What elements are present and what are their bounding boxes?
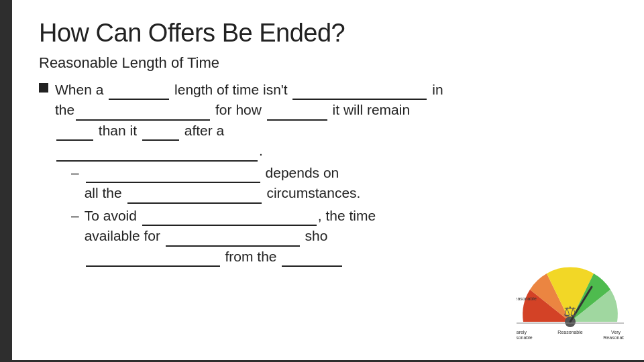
bullet-text-block: When a length of time isn't in the for h… xyxy=(55,80,443,269)
sub-dash-1: – xyxy=(71,163,79,183)
blank-7 xyxy=(56,146,258,162)
blank-12 xyxy=(86,251,220,267)
sub-text-1: depends onall the circumstances. xyxy=(85,163,361,204)
blank-2 xyxy=(292,84,427,100)
blank-13 xyxy=(282,251,342,267)
bullet-text-7: than it xyxy=(95,123,141,138)
gauge-svg: ⚖ Barely Reasonable Reasonable Very Reas… xyxy=(517,261,624,349)
bullet-square-icon xyxy=(39,83,48,93)
main-bullet-item: When a length of time isn't in the for h… xyxy=(39,80,617,269)
blank-9 xyxy=(127,188,262,204)
sub-dash-2: – xyxy=(71,206,79,226)
svg-text:Unreasonable: Unreasonable xyxy=(517,296,537,301)
svg-text:⚖: ⚖ xyxy=(564,303,577,320)
bullet-text-5: for how xyxy=(211,102,266,117)
blank-6 xyxy=(142,125,179,141)
slide-subtitle: Reasonable Length of Time xyxy=(39,54,617,72)
blank-11 xyxy=(166,231,300,246)
bullet-text-9: . xyxy=(259,143,263,158)
bullet-text-2: length of time isn't xyxy=(170,82,291,97)
left-accent-bar xyxy=(0,0,12,362)
bullet-text-6: it will remain xyxy=(329,102,410,117)
main-bullet-list: When a length of time isn't in the for h… xyxy=(39,80,617,269)
bullet-text-8: after a xyxy=(180,123,224,138)
svg-text:Very: Very xyxy=(611,330,621,335)
blank-10 xyxy=(142,210,317,226)
slide-title: How Can Offers Be Ended? xyxy=(39,19,617,48)
blank-1 xyxy=(109,84,169,100)
svg-text:Barely: Barely xyxy=(517,330,527,335)
slide: How Can Offers Be Ended? Reasonable Leng… xyxy=(0,0,644,362)
svg-text:Reasonable: Reasonable xyxy=(603,335,624,340)
sub-bullet-list: – depends onall the circumstances. – To … xyxy=(71,163,443,267)
slide-content: How Can Offers Be Ended? Reasonable Leng… xyxy=(12,0,644,362)
blank-4 xyxy=(267,105,327,121)
blank-5 xyxy=(56,125,93,141)
svg-text:Reasonable: Reasonable xyxy=(517,335,533,340)
bullet-text-1: When a xyxy=(55,82,107,97)
sub-text-2: To avoid , the timeavailable for sho fro… xyxy=(85,206,376,267)
sub-bullet-1: – depends onall the circumstances. xyxy=(71,163,443,204)
bullet-text-4: the xyxy=(55,102,74,117)
sub-bullet-2: – To avoid , the timeavailable for sho f… xyxy=(71,206,443,267)
gauge-widget: ⚖ Barely Reasonable Reasonable Very Reas… xyxy=(517,261,624,349)
svg-text:Reasonable: Reasonable xyxy=(557,330,582,335)
blank-3 xyxy=(76,105,210,121)
bullet-text-3: in xyxy=(428,82,443,97)
blank-8 xyxy=(86,168,260,183)
